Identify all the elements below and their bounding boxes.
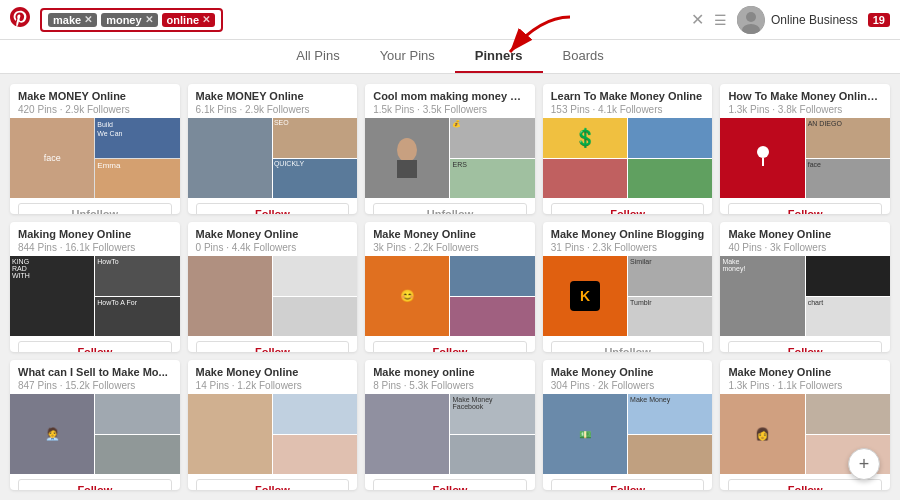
pinners-grid: Make MONEY Online 420 Pins · 2.9k Follow…: [0, 74, 900, 500]
card-title-6: Make Money Online: [196, 228, 350, 241]
card-stats-6: 0 Pins · 4.4k Followers: [196, 242, 350, 253]
tag-make[interactable]: make ✕: [48, 13, 97, 27]
header: make ✕ money ✕ online ✕ ✕ ☰ Online Busin…: [0, 0, 900, 40]
card-title-13: Make Money Online: [551, 366, 705, 379]
follow-button-7[interactable]: Follow: [373, 341, 527, 352]
pinner-card-11: Make Money Online 14 Pins · 1.2k Followe…: [188, 360, 358, 490]
user-name: Online Business: [771, 13, 858, 27]
pinner-card-13: Make Money Online 304 Pins · 2k Follower…: [543, 360, 713, 490]
card-stats-0: 420 Pins · 2.9k Followers: [18, 104, 172, 115]
follow-button-5[interactable]: Follow: [18, 341, 172, 352]
card-stats-11: 14 Pins · 1.2k Followers: [196, 380, 350, 391]
card-image-0: face BuildWe Can Emma: [10, 118, 180, 198]
card-title-12: Make money online: [373, 366, 527, 379]
follow-button-11[interactable]: Follow: [196, 479, 350, 490]
card-action-0: Unfollow: [10, 198, 180, 214]
svg-point-4: [397, 138, 417, 162]
follow-button-6[interactable]: Follow: [196, 341, 350, 352]
pinterest-logo: [10, 7, 30, 32]
tab-all-pins[interactable]: All Pins: [276, 40, 359, 73]
card-title-2: Cool mom making money on...: [373, 90, 527, 103]
tabs-bar: All Pins Your Pins Pinners Boards: [0, 40, 900, 74]
follow-button-3[interactable]: Follow: [551, 203, 705, 214]
unfollow-button-8[interactable]: Unfollow: [551, 341, 705, 352]
svg-point-6: [757, 146, 769, 158]
card-stats-9: 40 Pins · 3k Followers: [728, 242, 882, 253]
card-title-1: Make MONEY Online: [196, 90, 350, 103]
user-area[interactable]: Online Business: [737, 6, 858, 34]
header-right: ✕ ☰ Online Business 19: [691, 6, 890, 34]
card-stats-10: 847 Pins · 15.2k Followers: [18, 380, 172, 391]
pinner-card-5: Making Money Online 844 Pins · 16.1k Fol…: [10, 222, 180, 352]
pinner-card-7: Make Money Online 3k Pins · 2.2k Followe…: [365, 222, 535, 352]
follow-button-14[interactable]: Follow: [728, 479, 882, 490]
card-title-9: Make Money Online: [728, 228, 882, 241]
pinner-card-9: Make Money Online 40 Pins · 3k Followers…: [720, 222, 890, 352]
avatar: [737, 6, 765, 34]
card-stats-8: 31 Pins · 2.3k Followers: [551, 242, 705, 253]
follow-button-10[interactable]: Follow: [18, 479, 172, 490]
follow-button-9[interactable]: Follow: [728, 341, 882, 352]
follow-button-12[interactable]: Follow: [373, 479, 527, 490]
add-button[interactable]: +: [848, 448, 880, 480]
search-bar[interactable]: make ✕ money ✕ online ✕: [40, 8, 223, 32]
follow-button-4[interactable]: Follow: [728, 203, 882, 214]
follow-button-1[interactable]: Follow: [196, 203, 350, 214]
pinner-card-12: Make money online 8 Pins · 5.3k Follower…: [365, 360, 535, 490]
card-stats-2: 1.5k Pins · 3.5k Followers: [373, 104, 527, 115]
pinner-card-2: Cool mom making money on... 1.5k Pins · …: [365, 84, 535, 214]
unfollow-button-2[interactable]: Unfollow: [373, 203, 527, 214]
tag-money[interactable]: money ✕: [101, 13, 157, 27]
pinner-card-10: What can I Sell to Make Mo... 847 Pins ·…: [10, 360, 180, 490]
tab-your-pins[interactable]: Your Pins: [360, 40, 455, 73]
card-title-11: Make Money Online: [196, 366, 350, 379]
pinner-card-1: Make MONEY Online 6.1k Pins · 2.9k Follo…: [188, 84, 358, 214]
tab-pinners[interactable]: Pinners: [455, 40, 543, 73]
card-stats-4: 1.3k Pins · 3.8k Followers: [728, 104, 882, 115]
svg-point-1: [746, 12, 756, 22]
card-title-3: Learn To Make Money Online: [551, 90, 705, 103]
tag-money-label: money: [106, 14, 141, 26]
pinner-card-3: Learn To Make Money Online 153 Pins · 4.…: [543, 84, 713, 214]
card-stats-14: 1.3k Pins · 1.1k Followers: [728, 380, 882, 391]
card-stats-3: 153 Pins · 4.1k Followers: [551, 104, 705, 115]
card-title-0: Make MONEY Online: [18, 90, 172, 103]
card-stats-13: 304 Pins · 2k Followers: [551, 380, 705, 391]
card-title-14: Make Money Online: [728, 366, 882, 379]
card-title-7: Make Money Online: [373, 228, 527, 241]
follow-button-13[interactable]: Follow: [551, 479, 705, 490]
card-title-4: How To Make Money Online...: [728, 90, 882, 103]
tag-online-close[interactable]: ✕: [202, 14, 210, 25]
card-title-10: What can I Sell to Make Mo...: [18, 366, 172, 379]
tag-make-close[interactable]: ✕: [84, 14, 92, 25]
pinner-card-6: Make Money Online 0 Pins · 4.4k Follower…: [188, 222, 358, 352]
menu-button[interactable]: ☰: [714, 12, 727, 28]
pinner-card-0: Make MONEY Online 420 Pins · 2.9k Follow…: [10, 84, 180, 214]
card-title-8: Make Money Online Blogging: [551, 228, 705, 241]
pinner-card-8: Make Money Online Blogging 31 Pins · 2.3…: [543, 222, 713, 352]
tab-boards[interactable]: Boards: [543, 40, 624, 73]
pinner-card-4: How To Make Money Online... 1.3k Pins · …: [720, 84, 890, 214]
tag-online[interactable]: online ✕: [162, 13, 215, 27]
notification-badge[interactable]: 19: [868, 13, 890, 27]
card-stats-5: 844 Pins · 16.1k Followers: [18, 242, 172, 253]
tag-make-label: make: [53, 14, 81, 26]
svg-rect-5: [397, 160, 417, 178]
card-title-5: Making Money Online: [18, 228, 172, 241]
unfollow-button-0[interactable]: Unfollow: [18, 203, 172, 214]
tag-money-close[interactable]: ✕: [145, 14, 153, 25]
card-header-0: Make MONEY Online 420 Pins · 2.9k Follow…: [10, 84, 180, 118]
tag-online-label: online: [167, 14, 199, 26]
card-stats-1: 6.1k Pins · 2.9k Followers: [196, 104, 350, 115]
card-stats-7: 3k Pins · 2.2k Followers: [373, 242, 527, 253]
card-stats-12: 8 Pins · 5.3k Followers: [373, 380, 527, 391]
close-button[interactable]: ✕: [691, 10, 704, 29]
